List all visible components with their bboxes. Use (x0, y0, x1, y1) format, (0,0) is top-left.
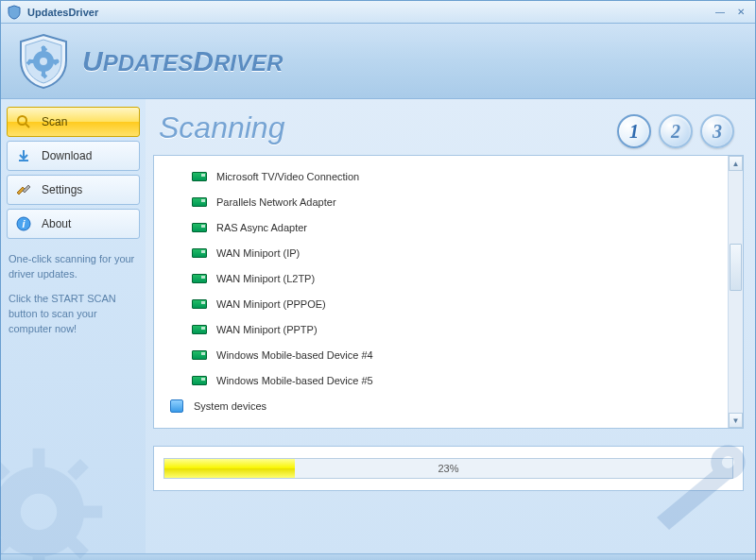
list-item: Microsoft TV/Video Connection (154, 163, 728, 189)
sidebar-item-scan[interactable]: Scan (7, 107, 140, 137)
list-item: RAS Async Adapter (154, 214, 728, 240)
sidebar: Scan Download Settings i About (1, 99, 146, 553)
content: Scanning 1 2 3 Microsoft TV/Video Connec… (146, 99, 755, 553)
list-item-label: WAN Miniport (IP) (216, 247, 300, 259)
list-item-label: Parallels Network Adapter (216, 196, 336, 208)
network-card-icon (192, 298, 207, 310)
sidebar-item-download[interactable]: Download (7, 141, 140, 171)
body: Scan Download Settings i About (1, 99, 755, 553)
network-card-icon (192, 324, 207, 335)
network-card-icon (192, 247, 207, 259)
step-1: 1 (617, 114, 651, 148)
sidebar-hint-line: Click the START SCAN button to scan your… (9, 292, 138, 337)
svg-point-10 (18, 116, 26, 125)
list-category: System devices (154, 393, 728, 418)
list-item-label: WAN Miniport (L2TP) (216, 273, 315, 284)
decorative-gear-icon (623, 432, 756, 558)
svg-line-11 (26, 124, 29, 127)
close-button[interactable]: ✕ (732, 5, 749, 20)
scroll-up-button[interactable]: ▲ (729, 156, 743, 171)
sidebar-item-label: Download (42, 149, 92, 162)
list-item: WAN Miniport (IP) (154, 240, 728, 265)
app-window: UpdatesDriver — ✕ UPDATESDRIVER (0, 0, 756, 560)
sidebar-item-label: About (42, 217, 71, 230)
sidebar-item-label: Settings (42, 183, 82, 196)
sidebar-hint-line: One-click scanning for your driver updat… (9, 252, 138, 282)
network-card-icon (192, 222, 207, 233)
list-item: WAN Miniport (PPTP) (154, 316, 728, 342)
list-item-label: Microsoft TV/Video Connection (216, 171, 359, 182)
network-card-icon (192, 196, 207, 208)
sidebar-hint: One-click scanning for your driver updat… (7, 252, 140, 337)
list-item: WAN Miniport (PPPOE) (154, 291, 728, 316)
svg-rect-22 (67, 459, 89, 481)
download-icon (15, 147, 32, 164)
shield-icon (7, 5, 22, 20)
svg-point-15 (21, 494, 57, 530)
header: UPDATESDRIVER (1, 24, 755, 99)
sidebar-item-about[interactable]: i About (7, 209, 140, 239)
svg-rect-20 (0, 459, 10, 481)
magnifier-icon (15, 113, 32, 130)
list-item-label: Windows Mobile-based Device #4 (216, 349, 373, 361)
svg-rect-17 (33, 554, 45, 560)
list-item: Windows Mobile-based Device #5 (154, 367, 728, 393)
scroll-thumb[interactable] (730, 244, 742, 291)
logo-shield-icon (14, 32, 73, 91)
list-item-label: Windows Mobile-based Device #5 (216, 375, 373, 386)
scroll-track[interactable] (729, 171, 743, 413)
svg-point-26 (722, 456, 734, 468)
list-item: Windows Mobile-based Device #4 (154, 342, 728, 367)
scrollbar[interactable]: ▲ ▼ (728, 156, 743, 428)
tools-icon (15, 181, 32, 198)
sidebar-item-settings[interactable]: Settings (7, 175, 140, 205)
minimize-button[interactable]: — (712, 5, 729, 20)
network-card-icon (192, 349, 207, 361)
step-2: 2 (659, 114, 693, 148)
titlebar: UpdatesDriver — ✕ (1, 1, 755, 24)
list-category-label: System devices (194, 400, 266, 412)
step-3: 3 (700, 114, 734, 148)
sidebar-item-label: Scan (42, 115, 67, 128)
list-item: Parallels Network Adapter (154, 189, 728, 214)
network-card-icon (192, 171, 207, 182)
scan-list: Microsoft TV/Video Connection Parallels … (154, 156, 728, 428)
scroll-down-button[interactable]: ▼ (729, 413, 743, 428)
info-icon: i (15, 215, 32, 232)
list-item-label: WAN Miniport (PPPOE) (216, 298, 326, 310)
step-indicator: 1 2 3 (617, 114, 734, 148)
system-icon (169, 400, 184, 412)
scan-listbox: Microsoft TV/Video Connection Parallels … (153, 155, 744, 429)
gear-bg-icon (0, 436, 114, 560)
window-controls: — ✕ (712, 5, 749, 20)
list-item-label: RAS Async Adapter (216, 222, 307, 233)
svg-rect-19 (81, 506, 102, 518)
svg-point-1 (40, 58, 47, 65)
logo-text: UPDATESDRIVER (82, 45, 283, 77)
list-item-label: WAN Miniport (PPTP) (216, 324, 318, 335)
titlebar-text: UpdatesDriver (27, 7, 712, 18)
svg-rect-16 (33, 449, 45, 469)
list-item: WAN Miniport (L2TP) (154, 265, 728, 291)
network-card-icon (192, 273, 207, 284)
network-card-icon (192, 375, 207, 386)
